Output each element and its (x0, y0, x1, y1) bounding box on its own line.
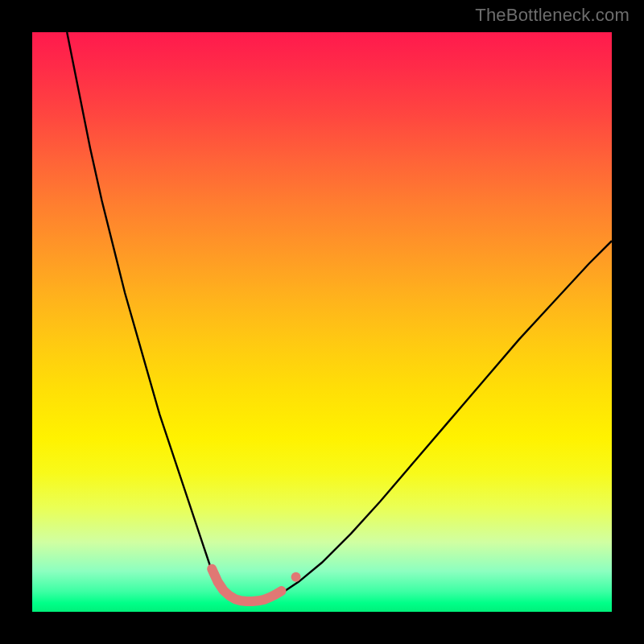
curve-layer (32, 32, 612, 612)
chart-frame: TheBottleneck.com (0, 0, 644, 644)
plot-area (32, 32, 612, 612)
bottleneck-curve (67, 32, 612, 602)
highlight-segment (212, 569, 281, 601)
watermark-text: TheBottleneck.com (475, 5, 630, 26)
highlight-dot-upper (291, 572, 301, 582)
